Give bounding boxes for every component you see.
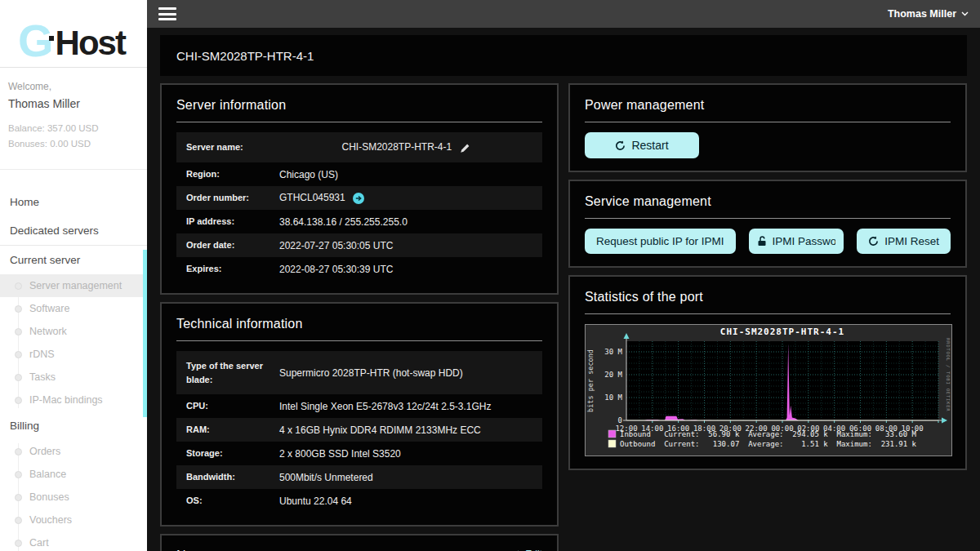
sidebar-item-rdns[interactable]: rDNS [0,343,147,366]
sidebar-item-label: IP-Mac bindings [29,394,103,406]
sidebar-item-server-management[interactable]: Server management [0,274,147,297]
svg-text:0: 0 [618,416,622,424]
sidebar-item-home[interactable]: Home [0,188,147,216]
request-public-ip-ipmi-button[interactable]: Request public IP for IPMI [585,229,736,254]
row-value: 4 x 16GB Hynix DDR4 RDIMM 2133MHz ECC [276,424,532,436]
ipmi-reset-button[interactable]: IPMI Reset [857,229,951,254]
left-column: Server information Server name: CHI-SM20… [160,83,559,551]
sidebar-item-tasks[interactable]: Tasks [0,366,147,389]
panel-title: Power management [585,98,951,113]
sidebar-item-vouchers[interactable]: Vouchers [0,509,147,531]
sidebar-user-name: Thomas Miller [8,97,139,110]
row-value: 500Mbit/s Unmetered [276,472,532,483]
row-value: Ubuntu 22.04 64 [276,495,532,507]
row-label: Bandwidth: [186,470,276,484]
sidebar-item-billing[interactable]: Billing [0,411,147,440]
row-label: OS: [186,494,276,508]
panel-title: Statistics of the port [585,290,951,304]
bullet-icon [15,397,22,404]
svg-text:10 M: 10 M [604,393,622,402]
bullet-icon [15,374,22,381]
lock-icon [757,236,767,247]
divider [585,218,951,219]
sidebar-item-cart[interactable]: Cart [0,531,147,551]
sidebar-item-orders[interactable]: Orders [0,440,147,463]
user-menu[interactable]: Thomas Miller [888,8,969,20]
bullet-icon [15,540,22,547]
hamburger-menu-icon[interactable] [158,5,176,24]
sidebar-item-dedicated-servers[interactable]: Dedicated servers [0,216,147,245]
rrdtool-graph: 010 M20 M30 M12:0014:0016:0018:0020:0022… [585,324,952,456]
bullet-icon [15,448,22,455]
sidebar-item-label: Software [29,303,69,314]
row-value: 2022-07-27 05:30:05 UTC [276,240,532,251]
row-value: Supermicro 2028TP-HTR (hot-swap HDD) [276,367,532,379]
sidebar-item-ip-mac-bindings[interactable]: IP-Mac bindings [0,389,147,411]
gthost-logo[interactable]: G Host [0,0,147,68]
ipmi-password-recovery-button[interactable]: IPMI Password Recovery [749,229,844,254]
button-label: Request public IP for IPMI [596,235,724,247]
service-management-panel: Service management Request public IP for… [568,180,967,268]
svg-text:CHI-SM2028TP-HTR-4-1: CHI-SM2028TP-HTR-4-1 [720,327,844,337]
restart-button[interactable]: Restart [585,132,699,158]
main-content: CHI-SM2028TP-HTR-4-1 Server information … [147,28,980,551]
active-section-accent-bar [143,250,147,417]
sidebar-item-software[interactable]: Software [0,297,147,320]
logo-host: Host [56,24,125,62]
row-value: GTHCL045931 [279,192,345,203]
row-value: 2 x 800GB SSD Intel S3520 [276,448,532,460]
panel-title: Service management [585,194,951,209]
divider [585,122,951,122]
row-label: Storage: [186,447,276,460]
sidebar-item-label: rDNS [29,349,55,360]
table-row: IP address: 38.64.138.16 / 255.255.255.0 [176,210,542,233]
divider [585,313,951,314]
welcome-label: Welcome, [8,81,139,92]
svg-text:Outbound Current: 130.07 A: Outbound Current: 130.07 Average: 1.51 k… [620,440,917,448]
table-row: Order date: 2022-07-27 05:30:05 UTC [176,233,542,257]
chevron-down-icon [961,11,969,16]
bullet-icon [15,305,22,313]
app: G Host Welcome, Thomas Miller Balance: 3… [0,0,980,551]
row-label: CPU: [186,399,276,413]
sidebar-nav: Home Dedicated servers Current server Se… [0,170,147,551]
topbar: Thomas Miller [147,0,980,28]
sidebar-item-label: Server management [29,280,122,291]
current-server-subnav: Server management Software Network rDNS … [0,274,147,411]
technical-information-panel: Technical information Type of the server… [160,302,559,527]
row-label: Order number: [186,191,276,205]
port-traffic-graph: 010 M20 M30 M12:0014:0016:0018:0020:0022… [585,324,951,456]
sidebar-item-bonuses[interactable]: Bonuses [0,486,147,509]
open-order-arrow-icon[interactable] [353,193,364,204]
sidebar-item-network[interactable]: Network [0,320,147,343]
row-value: Chicago (US) [276,169,532,180]
right-column: Power management Restart Service managem… [568,83,967,551]
bullet-icon [15,351,22,358]
notes-panel: Notes Edit [160,534,559,551]
bonuses-text: Bonuses: 0.00 USD [8,139,139,149]
svg-text:Inbound Current: 56.90 k A: Inbound Current: 56.90 k Average: 294.05… [620,430,917,438]
page-title-banner: CHI-SM2028TP-HTR-4-1 [160,35,967,76]
sidebar-item-balance[interactable]: Balance [0,463,147,486]
bullet-icon [15,494,22,501]
row-label: Order date: [186,238,276,252]
divider [176,122,542,122]
row-value: CHI-SM2028TP-HTR-4-1 [341,141,452,153]
edit-pencil-icon[interactable] [460,143,470,153]
sidebar: G Host Welcome, Thomas Miller Balance: 3… [0,0,147,551]
row-value: 38.64.138.16 / 255.255.255.0 [276,216,532,228]
svg-text:RRDTOOL / TOBI OETIKER: RRDTOOL / TOBI OETIKER [946,338,951,411]
svg-text:30 M: 30 M [604,348,622,356]
bullet-icon [15,282,22,290]
table-row: Order number: GTHCL045931 [176,186,542,210]
button-label: IPMI Password Recovery [773,235,836,247]
sidebar-item-current-server[interactable]: Current server [0,245,147,274]
sidebar-item-label: Bonuses [29,491,69,503]
table-row: Bandwidth: 500Mbit/s Unmetered [176,465,542,489]
table-row: OS: Ubuntu 22.04 64 [176,489,542,513]
table-row: Type of the server blade: Supermicro 202… [176,351,542,394]
sidebar-item-label: Cart [29,537,49,549]
row-label: RAM: [186,423,276,437]
sidebar-item-label: Network [29,326,67,337]
power-management-panel: Power management Restart [568,83,967,172]
